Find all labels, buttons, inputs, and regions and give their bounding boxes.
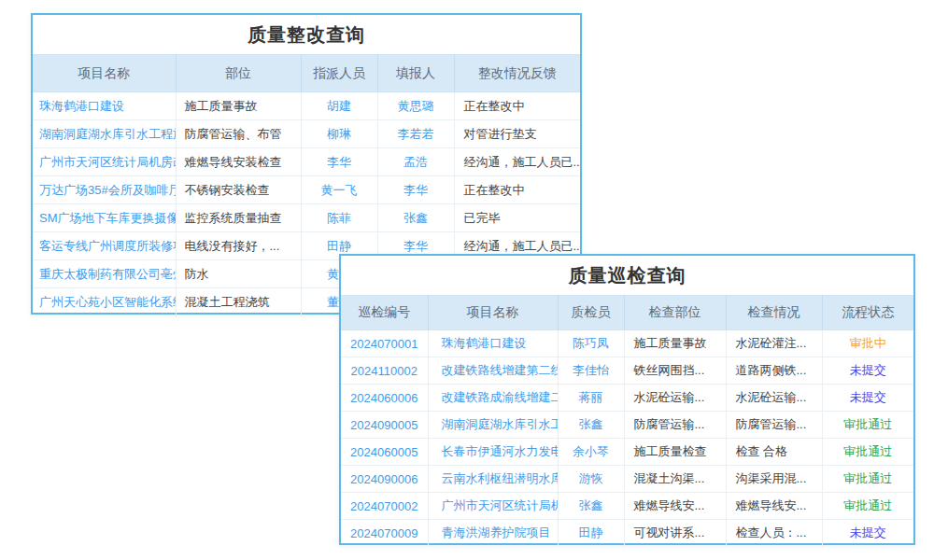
check-situation-cell: 沟渠采用混... — [726, 466, 822, 493]
column-header-check-part: 检查部位 — [624, 296, 726, 330]
rectify-panel-title: 质量整改查询 — [33, 15, 580, 54]
project-name-link[interactable]: 改建铁路成渝线增建二线 — [428, 385, 558, 412]
inspection-no-link[interactable]: 2024070001 — [341, 330, 428, 357]
table-row: 珠海鹤港口建设 施工质量事故 胡建 黄思璐 正在整改中 — [33, 92, 580, 120]
reporter-link[interactable]: 李华 — [377, 176, 454, 204]
column-header-inspector: 质检员 — [558, 296, 624, 330]
status-badge: 审批通过 — [822, 439, 913, 466]
status-badge: 审批中 — [822, 330, 913, 357]
table-row: 湖南洞庭湖水库引水工程施工 防腐管运输、布管 柳琳 李若若 对管进行垫支 — [33, 120, 580, 148]
table-row: 2024090006 云南水利枢纽潜明水库 游恢 混凝土沟渠... 沟渠采用混.… — [341, 466, 913, 493]
check-part-cell: 可视对讲系... — [624, 520, 726, 547]
inspector-link[interactable]: 陈巧凤 — [558, 330, 624, 357]
check-part-cell: 施工质量事故 — [624, 330, 726, 357]
check-part-cell: 施工质量检查 — [624, 439, 726, 466]
inspection-no-link[interactable]: 2024090006 — [341, 466, 428, 493]
inspection-panel-title: 质量巡检查询 — [341, 256, 913, 295]
inspection-query-window: 质量巡检查询 巡检编号 项目名称 质检员 检查部位 检查情况 流程状态 2024… — [339, 254, 915, 545]
table-row: 广州市天河区统计局机房改造 难燃导线安装检查 李华 孟浩 经沟通，施工人员已..… — [33, 148, 580, 176]
column-header-assignee: 指派人员 — [301, 55, 377, 92]
inspector-link[interactable]: 余小琴 — [558, 439, 624, 466]
project-name-link[interactable]: 客运专线广州调度所装修项目 — [33, 232, 176, 260]
part-cell: 难燃导线安装检查 — [176, 148, 301, 176]
project-name-link[interactable]: 重庆太极制药有限公司亳州分 — [33, 260, 176, 288]
table-row: 2024060005 长春市伊通河水力发电站 余小琴 施工质量检查 检查 合格 … — [341, 439, 913, 466]
check-situation-cell: 检查 合格 — [726, 439, 822, 466]
check-part-cell: 混凝土沟渠... — [624, 466, 726, 493]
inspection-no-link[interactable]: 2024060005 — [341, 439, 428, 466]
reporter-link[interactable]: 李若若 — [377, 120, 454, 148]
assignee-link[interactable]: 柳琳 — [301, 120, 377, 148]
column-header-check-situation: 检查情况 — [726, 296, 822, 330]
column-header-inspection-no: 巡检编号 — [341, 296, 428, 330]
assignee-link[interactable]: 胡建 — [301, 92, 377, 120]
table-row: 2024070002 广州市天河区统计局机房 张鑫 难燃导线安... 难燃导线安… — [341, 493, 913, 520]
feedback-cell: 对管进行垫支 — [454, 120, 580, 148]
column-header-part: 部位 — [176, 55, 301, 92]
inspector-link[interactable]: 张鑫 — [558, 493, 624, 520]
part-cell: 监控系统质量抽查 — [176, 204, 301, 232]
column-header-reporter: 填报人 — [377, 55, 454, 92]
project-name-link[interactable]: 湖南洞庭湖水库引水工程 — [428, 412, 558, 439]
project-name-link[interactable]: 珠海鹤港口建设 — [428, 330, 558, 357]
inspector-link[interactable]: 游恢 — [558, 466, 624, 493]
table-row: 万达广场35#会所及咖啡厅外装 不锈钢安装检查 黄一飞 李华 正在整改中 — [33, 176, 580, 204]
inspection-no-link[interactable]: 2024070009 — [341, 520, 428, 547]
project-name-link[interactable]: 广州市天河区统计局机房 — [428, 493, 558, 520]
assignee-link[interactable]: 陈菲 — [301, 204, 377, 232]
status-badge: 审批通过 — [822, 493, 913, 520]
feedback-cell: 已完毕 — [454, 204, 580, 232]
feedback-cell: 经沟通，施工人员已... — [454, 148, 580, 176]
status-badge: 审批通过 — [822, 466, 913, 493]
inspector-link[interactable]: 李佳怡 — [558, 357, 624, 385]
status-badge: 未提交 — [822, 520, 913, 547]
reporter-link[interactable]: 孟浩 — [377, 148, 454, 176]
inspection-no-link[interactable]: 2024060006 — [341, 385, 428, 412]
reporter-link[interactable]: 黄思璐 — [377, 92, 454, 120]
inspection-no-link[interactable]: 2024090005 — [341, 412, 428, 439]
inspector-link[interactable]: 田静 — [558, 520, 624, 547]
column-header-flow-status: 流程状态 — [822, 296, 913, 330]
check-part-cell: 难燃导线安... — [624, 493, 726, 520]
table-row: 2024060006 改建铁路成渝线增建二线 蒋丽 水泥砼运输... 水泥砼运输… — [341, 385, 913, 412]
feedback-cell: 正在整改中 — [454, 92, 580, 120]
project-name-link[interactable]: 广州市天河区统计局机房改造 — [33, 148, 176, 176]
project-name-link[interactable]: 湖南洞庭湖水库引水工程施工 — [33, 120, 176, 148]
project-name-link[interactable]: SM广场地下车库更换摄像机 — [33, 204, 176, 232]
check-situation-cell: 检查人员：... — [726, 520, 822, 547]
status-badge: 未提交 — [822, 357, 913, 385]
inspection-no-link[interactable]: 2024070002 — [341, 493, 428, 520]
project-name-link[interactable]: 云南水利枢纽潜明水库 — [428, 466, 558, 493]
part-cell: 施工质量事故 — [176, 92, 301, 120]
part-cell: 混凝土工程浇筑 — [176, 288, 301, 316]
project-name-link[interactable]: 广州天心苑小区智能化系统 — [33, 288, 176, 316]
column-header-project-name: 项目名称 — [428, 296, 558, 330]
part-cell: 防腐管运输、布管 — [176, 120, 301, 148]
assignee-link[interactable]: 李华 — [301, 148, 377, 176]
check-situation-cell: 水泥砼运输... — [726, 385, 822, 412]
check-part-cell: 水泥砼运输... — [624, 385, 726, 412]
check-part-cell: 铁丝网围挡... — [624, 357, 726, 385]
page-background: 质量整改查询 项目名称 部位 指派人员 填报人 整改情况反馈 珠海鹤港口建设 施… — [0, 0, 934, 560]
check-situation-cell: 水泥砼灌注... — [726, 330, 822, 357]
inspector-link[interactable]: 张鑫 — [558, 412, 624, 439]
project-name-link[interactable]: 改建铁路线增建第二线 — [428, 357, 558, 385]
project-name-link[interactable]: 万达广场35#会所及咖啡厅外装 — [33, 176, 176, 204]
inspection-no-link[interactable]: 2024110002 — [341, 357, 428, 385]
project-name-link[interactable]: 珠海鹤港口建设 — [33, 92, 176, 120]
table-row: 2024090005 湖南洞庭湖水库引水工程 张鑫 防腐管运输... 防腐管运输… — [341, 412, 913, 439]
reporter-link[interactable]: 张鑫 — [377, 204, 454, 232]
part-cell: 电线没有接好，... — [176, 232, 301, 260]
assignee-link[interactable]: 黄一飞 — [301, 176, 377, 204]
check-situation-cell: 防腐管运输... — [726, 412, 822, 439]
check-part-cell: 防腐管运输... — [624, 412, 726, 439]
inspection-table: 巡检编号 项目名称 质检员 检查部位 检查情况 流程状态 2024070001 … — [341, 295, 913, 547]
project-name-link[interactable]: 青海洪湖养护院项目 — [428, 520, 558, 547]
check-situation-cell: 难燃导线安... — [726, 493, 822, 520]
project-name-link[interactable]: 长春市伊通河水力发电站 — [428, 439, 558, 466]
table-row: 2024070001 珠海鹤港口建设 陈巧凤 施工质量事故 水泥砼灌注... 审… — [341, 330, 913, 357]
feedback-cell: 正在整改中 — [454, 176, 580, 204]
status-badge: 未提交 — [822, 385, 913, 412]
inspector-link[interactable]: 蒋丽 — [558, 385, 624, 412]
inspection-header-row: 巡检编号 项目名称 质检员 检查部位 检查情况 流程状态 — [341, 296, 913, 330]
